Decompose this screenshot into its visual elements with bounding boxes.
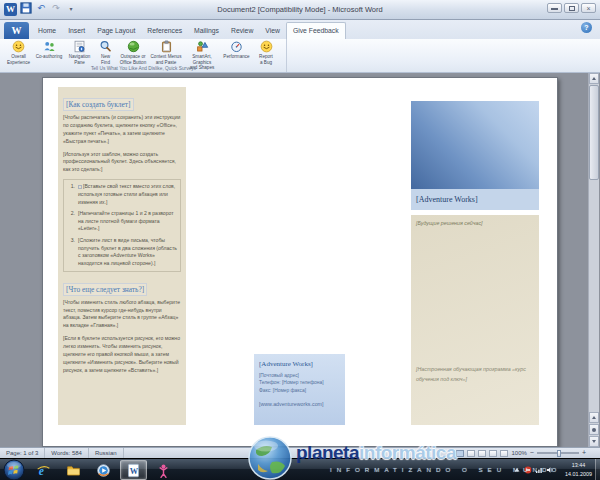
media-player-icon bbox=[96, 463, 111, 478]
brochure-numbered-list[interactable]: 1. [Вставьте свой текст вместо этих слов… bbox=[63, 179, 181, 271]
co-authoring-button[interactable]: Co-authoring bbox=[34, 40, 64, 66]
brochure-paragraph[interactable]: [Если в буклете используется рисунок, ег… bbox=[63, 335, 181, 374]
volume-icon[interactable] bbox=[546, 466, 554, 474]
tab-insert[interactable]: Insert bbox=[62, 22, 91, 39]
brochure-heading-2[interactable]: [Что еще следует знать?] bbox=[63, 283, 147, 296]
taskbar-word-active[interactable]: W bbox=[120, 460, 147, 480]
svg-text:W: W bbox=[130, 466, 139, 475]
start-button[interactable] bbox=[3, 459, 25, 480]
cover-title[interactable]: [Adventure Works] bbox=[411, 189, 539, 210]
taskbar-windows-explorer[interactable] bbox=[60, 460, 87, 480]
ribbon-tab-row: W Home Insert Page Layout References Mai… bbox=[0, 20, 600, 39]
show-desktop-button[interactable] bbox=[595, 459, 600, 480]
vertical-scrollbar[interactable] bbox=[588, 73, 599, 447]
brochure-paragraph[interactable]: [Используя этот шаблон, можно создать пр… bbox=[63, 151, 181, 175]
tab-review[interactable]: Review bbox=[225, 22, 259, 39]
word-document-icon: W bbox=[126, 463, 141, 478]
magnifier-icon bbox=[99, 40, 112, 53]
language-indicator[interactable]: Russian bbox=[89, 448, 124, 458]
zoom-level[interactable]: 100% bbox=[511, 448, 526, 458]
network-icon[interactable] bbox=[535, 466, 543, 474]
people-icon bbox=[43, 40, 56, 53]
minimize-button[interactable] bbox=[547, 3, 562, 13]
new-find-button[interactable]: New Find bbox=[95, 40, 116, 66]
show-hidden-icons-icon[interactable] bbox=[513, 466, 521, 474]
phone-line[interactable]: Телефон: [Номер телефона] bbox=[259, 379, 340, 386]
double-arrow-up-icon bbox=[592, 416, 596, 419]
cover-tagline[interactable]: [Будущие решения сейчас] bbox=[416, 220, 534, 226]
browse-object-icon bbox=[592, 428, 596, 432]
list-item: 2. [Напечатайте страницы 1 и 2 в разворо… bbox=[66, 210, 177, 233]
word-window: W ↶ ↷ ▾ Document2 [Compatibility Mode] -… bbox=[0, 0, 600, 480]
taskbar-media-player[interactable] bbox=[90, 460, 117, 480]
contact-info-box[interactable]: [Adventure Works] [Почтовый адрес] Телеф… bbox=[254, 354, 345, 425]
close-button[interactable]: × bbox=[581, 3, 596, 13]
brochure-cover-column[interactable]: [Adventure Works] [Будущие решения сейча… bbox=[411, 101, 539, 425]
tab-mailings[interactable]: Mailings bbox=[188, 22, 225, 39]
tab-page-layout[interactable]: Page Layout bbox=[91, 22, 141, 39]
report-bug-button[interactable]: Report a Bug bbox=[252, 40, 280, 66]
tab-home[interactable]: Home bbox=[32, 22, 62, 39]
next-page-button[interactable] bbox=[589, 436, 599, 447]
website-line[interactable]: [www.adventureworks.com] bbox=[259, 401, 340, 407]
previous-page-button[interactable] bbox=[589, 412, 599, 423]
gauge-icon bbox=[230, 40, 243, 53]
group-label: Tell Us What You Like And Dislike, Quick… bbox=[1, 65, 286, 72]
zoom-slider-thumb[interactable] bbox=[557, 450, 561, 457]
cover-image[interactable] bbox=[411, 101, 539, 189]
brochure-left-column[interactable]: [Как создать буклет] [Чтобы распечатать … bbox=[58, 87, 186, 425]
select-browse-object-button[interactable] bbox=[589, 424, 599, 435]
ribbon-tabs: Home Insert Page Layout References Maili… bbox=[32, 22, 346, 39]
brochure-heading-1[interactable]: [Как создать буклет] bbox=[63, 98, 134, 111]
overall-experience-button[interactable]: Overall Experience bbox=[4, 40, 33, 66]
page-indicator[interactable]: Page: 1 of 3 bbox=[0, 448, 45, 458]
action-center-icon[interactable] bbox=[524, 466, 532, 474]
word-count[interactable]: Words: 584 bbox=[45, 448, 89, 458]
green-orb-icon bbox=[127, 40, 140, 53]
file-tab[interactable]: W bbox=[4, 22, 29, 39]
cover-body[interactable]: [Будущие решения сейчас] [Настроенная об… bbox=[411, 215, 539, 425]
fax-line[interactable]: Факс: [Номер факса] bbox=[259, 387, 340, 394]
zoom-slider[interactable] bbox=[537, 452, 579, 454]
company-name[interactable]: [Adventure Works] bbox=[259, 360, 340, 368]
help-icon[interactable]: ? bbox=[581, 22, 592, 33]
web-layout-view-button[interactable] bbox=[478, 450, 486, 457]
outline-view-button[interactable] bbox=[489, 450, 497, 457]
document-compass-icon bbox=[73, 40, 86, 53]
context-menus-paste-button[interactable]: Context Menus and Paste bbox=[150, 40, 182, 66]
window-title: Document2 [Compatibility Mode] - Microso… bbox=[0, 0, 600, 20]
document-page[interactable]: [Как создать буклет] [Чтобы распечатать … bbox=[42, 77, 558, 447]
arrow-up-icon bbox=[592, 77, 596, 80]
word-logo-icon: W bbox=[12, 25, 22, 36]
address-line[interactable]: [Почтовый адрес] bbox=[259, 372, 340, 379]
taskbar-messenger[interactable] bbox=[150, 460, 177, 480]
tab-view[interactable]: View bbox=[259, 22, 286, 39]
print-layout-view-button[interactable] bbox=[456, 450, 464, 457]
list-item: 1. [Вставьте свой текст вместо этих слов… bbox=[66, 183, 177, 206]
document-canvas: [Как создать буклет] [Чтобы распечатать … bbox=[0, 73, 600, 447]
taskbar-internet-explorer[interactable]: e bbox=[30, 460, 57, 480]
clock-date: 14.01.2009 bbox=[565, 470, 592, 479]
fullscreen-reading-view-button[interactable] bbox=[467, 450, 475, 457]
taskbar-clock[interactable]: 13:44 14.01.2009 bbox=[565, 461, 592, 478]
tab-references[interactable]: References bbox=[141, 22, 188, 39]
clipboard-icon bbox=[160, 40, 173, 53]
draft-view-button[interactable] bbox=[500, 450, 508, 457]
cover-description[interactable]: [Настроенная обучающая программа «курс о… bbox=[416, 365, 530, 384]
zoom-in-button[interactable]: + bbox=[582, 449, 586, 457]
tab-give-feedback[interactable]: Give Feedback bbox=[286, 22, 346, 39]
brochure-paragraph[interactable]: [Чтобы изменить стиль любого абзаца, выб… bbox=[63, 299, 181, 331]
outspace-button[interactable]: Outspace or Office Button bbox=[117, 40, 149, 66]
brochure-paragraph[interactable]: [Чтобы распечатать (и сохранить) эти инс… bbox=[63, 114, 181, 146]
zoom-out-button[interactable]: − bbox=[530, 449, 534, 457]
restore-button[interactable] bbox=[564, 3, 579, 13]
person-icon bbox=[156, 463, 171, 478]
performance-button[interactable]: Performance bbox=[222, 40, 251, 66]
scroll-up-button[interactable] bbox=[589, 73, 599, 84]
smiley-icon bbox=[12, 40, 25, 53]
internet-explorer-icon: e bbox=[36, 463, 51, 478]
scrollbar-thumb[interactable] bbox=[589, 85, 599, 180]
navigation-pane-button[interactable]: Navigation Pane bbox=[65, 40, 94, 66]
smartart-shapes-button[interactable]: SmartArt, Graphics and Shapes bbox=[183, 40, 221, 66]
shapes-icon bbox=[196, 40, 209, 53]
